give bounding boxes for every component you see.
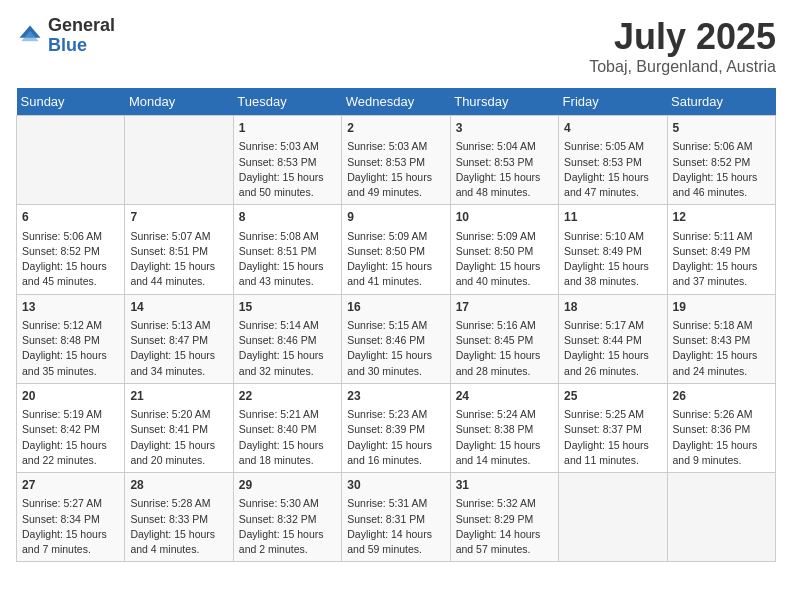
day-info: Sunrise: 5:05 AMSunset: 8:53 PMDaylight:… [564, 139, 661, 200]
calendar-cell: 24Sunrise: 5:24 AMSunset: 8:38 PMDayligh… [450, 383, 558, 472]
day-number: 14 [130, 299, 227, 316]
day-info: Sunrise: 5:17 AMSunset: 8:44 PMDaylight:… [564, 318, 661, 379]
calendar-cell: 1Sunrise: 5:03 AMSunset: 8:53 PMDaylight… [233, 116, 341, 205]
day-info: Sunrise: 5:04 AMSunset: 8:53 PMDaylight:… [456, 139, 553, 200]
day-number: 12 [673, 209, 770, 226]
calendar-header-row: SundayMondayTuesdayWednesdayThursdayFrid… [17, 88, 776, 116]
day-info: Sunrise: 5:30 AMSunset: 8:32 PMDaylight:… [239, 496, 336, 557]
day-info: Sunrise: 5:06 AMSunset: 8:52 PMDaylight:… [22, 229, 119, 290]
calendar-cell: 11Sunrise: 5:10 AMSunset: 8:49 PMDayligh… [559, 205, 667, 294]
day-number: 8 [239, 209, 336, 226]
day-info: Sunrise: 5:14 AMSunset: 8:46 PMDaylight:… [239, 318, 336, 379]
calendar-cell: 29Sunrise: 5:30 AMSunset: 8:32 PMDayligh… [233, 473, 341, 562]
day-info: Sunrise: 5:09 AMSunset: 8:50 PMDaylight:… [456, 229, 553, 290]
day-info: Sunrise: 5:16 AMSunset: 8:45 PMDaylight:… [456, 318, 553, 379]
day-number: 27 [22, 477, 119, 494]
day-number: 4 [564, 120, 661, 137]
calendar-cell: 30Sunrise: 5:31 AMSunset: 8:31 PMDayligh… [342, 473, 450, 562]
calendar-cell: 20Sunrise: 5:19 AMSunset: 8:42 PMDayligh… [17, 383, 125, 472]
header-day-saturday: Saturday [667, 88, 775, 116]
sub-title: Tobaj, Burgenland, Austria [589, 58, 776, 76]
day-number: 22 [239, 388, 336, 405]
calendar-cell: 13Sunrise: 5:12 AMSunset: 8:48 PMDayligh… [17, 294, 125, 383]
day-info: Sunrise: 5:13 AMSunset: 8:47 PMDaylight:… [130, 318, 227, 379]
day-info: Sunrise: 5:06 AMSunset: 8:52 PMDaylight:… [673, 139, 770, 200]
calendar-cell: 22Sunrise: 5:21 AMSunset: 8:40 PMDayligh… [233, 383, 341, 472]
title-block: July 2025 Tobaj, Burgenland, Austria [589, 16, 776, 76]
header-day-monday: Monday [125, 88, 233, 116]
day-info: Sunrise: 5:32 AMSunset: 8:29 PMDaylight:… [456, 496, 553, 557]
calendar-cell [125, 116, 233, 205]
calendar-cell: 16Sunrise: 5:15 AMSunset: 8:46 PMDayligh… [342, 294, 450, 383]
day-info: Sunrise: 5:03 AMSunset: 8:53 PMDaylight:… [239, 139, 336, 200]
day-number: 19 [673, 299, 770, 316]
day-number: 30 [347, 477, 444, 494]
calendar-cell: 28Sunrise: 5:28 AMSunset: 8:33 PMDayligh… [125, 473, 233, 562]
calendar-cell: 23Sunrise: 5:23 AMSunset: 8:39 PMDayligh… [342, 383, 450, 472]
day-info: Sunrise: 5:27 AMSunset: 8:34 PMDaylight:… [22, 496, 119, 557]
day-info: Sunrise: 5:20 AMSunset: 8:41 PMDaylight:… [130, 407, 227, 468]
calendar-cell: 27Sunrise: 5:27 AMSunset: 8:34 PMDayligh… [17, 473, 125, 562]
calendar-cell: 19Sunrise: 5:18 AMSunset: 8:43 PMDayligh… [667, 294, 775, 383]
logo-general: General [48, 16, 115, 36]
day-number: 3 [456, 120, 553, 137]
calendar-cell: 12Sunrise: 5:11 AMSunset: 8:49 PMDayligh… [667, 205, 775, 294]
day-number: 31 [456, 477, 553, 494]
day-number: 29 [239, 477, 336, 494]
calendar-cell: 4Sunrise: 5:05 AMSunset: 8:53 PMDaylight… [559, 116, 667, 205]
calendar-week-row: 1Sunrise: 5:03 AMSunset: 8:53 PMDaylight… [17, 116, 776, 205]
day-number: 7 [130, 209, 227, 226]
day-number: 23 [347, 388, 444, 405]
logo-text: General Blue [48, 16, 115, 56]
calendar-week-row: 13Sunrise: 5:12 AMSunset: 8:48 PMDayligh… [17, 294, 776, 383]
day-number: 26 [673, 388, 770, 405]
calendar-cell: 21Sunrise: 5:20 AMSunset: 8:41 PMDayligh… [125, 383, 233, 472]
day-number: 24 [456, 388, 553, 405]
day-info: Sunrise: 5:23 AMSunset: 8:39 PMDaylight:… [347, 407, 444, 468]
calendar-table: SundayMondayTuesdayWednesdayThursdayFrid… [16, 88, 776, 562]
logo: General Blue [16, 16, 115, 56]
day-info: Sunrise: 5:18 AMSunset: 8:43 PMDaylight:… [673, 318, 770, 379]
page-header: General Blue July 2025 Tobaj, Burgenland… [16, 16, 776, 76]
day-info: Sunrise: 5:09 AMSunset: 8:50 PMDaylight:… [347, 229, 444, 290]
calendar-cell: 25Sunrise: 5:25 AMSunset: 8:37 PMDayligh… [559, 383, 667, 472]
calendar-cell [17, 116, 125, 205]
day-number: 16 [347, 299, 444, 316]
day-number: 15 [239, 299, 336, 316]
day-number: 10 [456, 209, 553, 226]
calendar-week-row: 20Sunrise: 5:19 AMSunset: 8:42 PMDayligh… [17, 383, 776, 472]
calendar-cell: 17Sunrise: 5:16 AMSunset: 8:45 PMDayligh… [450, 294, 558, 383]
header-day-thursday: Thursday [450, 88, 558, 116]
calendar-cell: 6Sunrise: 5:06 AMSunset: 8:52 PMDaylight… [17, 205, 125, 294]
day-number: 25 [564, 388, 661, 405]
calendar-cell: 14Sunrise: 5:13 AMSunset: 8:47 PMDayligh… [125, 294, 233, 383]
calendar-cell: 26Sunrise: 5:26 AMSunset: 8:36 PMDayligh… [667, 383, 775, 472]
calendar-cell: 7Sunrise: 5:07 AMSunset: 8:51 PMDaylight… [125, 205, 233, 294]
day-info: Sunrise: 5:08 AMSunset: 8:51 PMDaylight:… [239, 229, 336, 290]
day-number: 11 [564, 209, 661, 226]
day-number: 5 [673, 120, 770, 137]
day-number: 2 [347, 120, 444, 137]
day-number: 18 [564, 299, 661, 316]
day-info: Sunrise: 5:10 AMSunset: 8:49 PMDaylight:… [564, 229, 661, 290]
header-day-tuesday: Tuesday [233, 88, 341, 116]
header-day-friday: Friday [559, 88, 667, 116]
day-number: 20 [22, 388, 119, 405]
day-info: Sunrise: 5:21 AMSunset: 8:40 PMDaylight:… [239, 407, 336, 468]
header-day-wednesday: Wednesday [342, 88, 450, 116]
day-info: Sunrise: 5:26 AMSunset: 8:36 PMDaylight:… [673, 407, 770, 468]
day-number: 9 [347, 209, 444, 226]
day-info: Sunrise: 5:07 AMSunset: 8:51 PMDaylight:… [130, 229, 227, 290]
logo-blue: Blue [48, 36, 115, 56]
header-day-sunday: Sunday [17, 88, 125, 116]
calendar-cell: 10Sunrise: 5:09 AMSunset: 8:50 PMDayligh… [450, 205, 558, 294]
calendar-cell: 3Sunrise: 5:04 AMSunset: 8:53 PMDaylight… [450, 116, 558, 205]
day-number: 28 [130, 477, 227, 494]
day-info: Sunrise: 5:11 AMSunset: 8:49 PMDaylight:… [673, 229, 770, 290]
calendar-cell [559, 473, 667, 562]
day-info: Sunrise: 5:31 AMSunset: 8:31 PMDaylight:… [347, 496, 444, 557]
calendar-cell: 5Sunrise: 5:06 AMSunset: 8:52 PMDaylight… [667, 116, 775, 205]
day-number: 17 [456, 299, 553, 316]
day-info: Sunrise: 5:25 AMSunset: 8:37 PMDaylight:… [564, 407, 661, 468]
day-info: Sunrise: 5:19 AMSunset: 8:42 PMDaylight:… [22, 407, 119, 468]
